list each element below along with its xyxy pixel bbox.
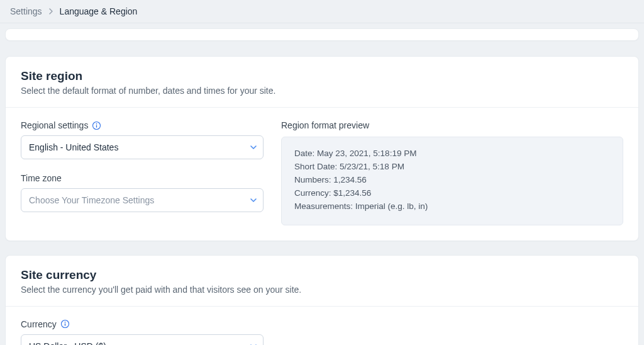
currency-field: Currency US Dollar - USD ($) (21, 319, 623, 345)
site-region-title: Site region (21, 69, 623, 83)
timezone-placeholder: Choose Your Timezone Settings (29, 195, 154, 205)
preview-row-numbers: Numbers: 1,234.56 (294, 174, 610, 187)
info-icon[interactable] (60, 319, 70, 329)
site-currency-subtitle: Select the currency you'll get paid with… (21, 285, 623, 295)
previous-card-stub (5, 28, 639, 41)
preview-numbers-key: Numbers: (294, 175, 331, 184)
svg-point-4 (64, 322, 65, 323)
svg-rect-5 (65, 323, 65, 325)
preview-row-currency: Currency: $1,234.56 (294, 187, 610, 200)
preview-row-shortdate: Short Date: 5/23/21, 5:18 PM (294, 161, 610, 174)
breadcrumb-current: Language & Region (60, 6, 138, 16)
preview-currency-value: $1,234.56 (333, 188, 371, 198)
preview-date-key: Date: (294, 149, 314, 158)
regional-settings-field: Regional settings English - United State… (21, 120, 266, 159)
preview-shortdate-key: Short Date: (294, 162, 337, 171)
region-preview-box: Date: May 23, 2021, 5:18:19 PM Short Dat… (281, 137, 623, 225)
breadcrumb-parent[interactable]: Settings (10, 6, 42, 16)
preview-currency-key: Currency: (294, 188, 331, 198)
regional-settings-select[interactable]: English - United States (21, 135, 264, 159)
regional-settings-value: English - United States (29, 142, 118, 152)
currency-value: US Dollar - USD ($) (29, 341, 106, 345)
preview-row-measurements: Measurements: Imperial (e.g. lb, in) (294, 200, 610, 213)
preview-row-date: Date: May 23, 2021, 5:18:19 PM (294, 147, 610, 161)
site-region-subtitle: Select the default format of number, dat… (21, 86, 623, 96)
preview-numbers-value: 1,234.56 (333, 175, 367, 184)
timezone-label: Time zone (21, 173, 62, 183)
chevron-right-icon (48, 8, 53, 15)
site-region-header: Site region Select the default format of… (6, 57, 638, 108)
preview-measurements-value: Imperial (e.g. lb, in) (355, 201, 428, 211)
svg-rect-2 (96, 125, 97, 127)
regional-settings-label: Regional settings (21, 120, 88, 130)
preview-date-value: May 23, 2021, 5:18:19 PM (317, 149, 416, 158)
site-region-card: Site region Select the default format of… (5, 56, 639, 241)
preview-measurements-key: Measurements: (294, 201, 353, 211)
svg-point-1 (96, 123, 97, 124)
currency-label: Currency (21, 319, 57, 329)
timezone-select[interactable]: Choose Your Timezone Settings (21, 188, 264, 212)
site-currency-card: Site currency Select the currency you'll… (5, 255, 639, 345)
site-currency-header: Site currency Select the currency you'll… (6, 256, 638, 307)
currency-select[interactable]: US Dollar - USD ($) (21, 334, 264, 345)
timezone-field: Time zone Choose Your Timezone Settings (21, 173, 266, 212)
breadcrumb: Settings Language & Region (0, 0, 644, 23)
preview-shortdate-value: 5/23/21, 5:18 PM (340, 162, 404, 171)
site-currency-title: Site currency (21, 268, 623, 282)
info-icon[interactable] (92, 121, 101, 130)
region-preview-label: Region format preview (281, 120, 623, 130)
